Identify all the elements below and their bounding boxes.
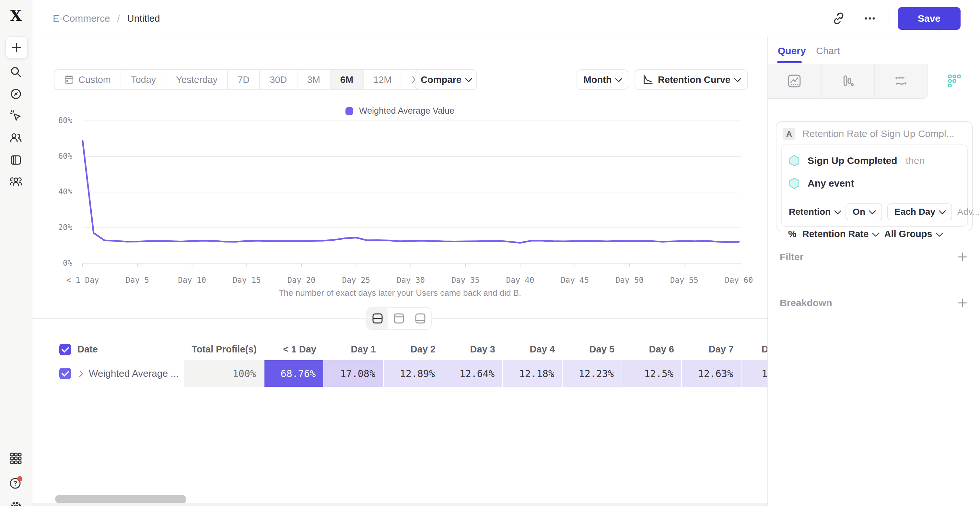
layout-bottom-icon	[415, 313, 426, 324]
layout-toggle-group	[366, 307, 432, 330]
cursor-click-icon	[10, 109, 22, 122]
retention-line-chart[interactable]	[32, 37, 767, 506]
retention-value-cell: 17.08%	[324, 360, 384, 387]
plus-icon	[10, 41, 23, 54]
x-tick-label: Day 15	[218, 276, 276, 285]
tab-funnels[interactable]	[821, 64, 875, 99]
first-event-selector[interactable]: Sign Up Completed then	[789, 155, 924, 167]
board-icon	[10, 154, 22, 167]
create-new-button[interactable]	[5, 36, 28, 59]
retention-mode-dropdown[interactable]: Retention	[789, 207, 840, 217]
select-all-checkbox[interactable]	[59, 344, 71, 355]
breakdown-section: Breakdown	[780, 297, 969, 309]
add-filter-button[interactable]	[956, 251, 969, 263]
tab-retention[interactable]	[928, 64, 980, 99]
plus-icon	[957, 251, 968, 262]
sidebar-item-apps[interactable]	[9, 451, 23, 465]
breadcrumb-report-name[interactable]: Untitled	[127, 13, 160, 24]
x-tick-label: Day 20	[272, 276, 331, 285]
x-tick-label: Day 40	[491, 276, 549, 285]
retention-icon	[947, 73, 962, 89]
retention-controls: Retention On Each Day Adv...	[789, 203, 961, 220]
x-tick-label: Day 30	[382, 276, 440, 285]
event-steps-card: Sign Up Completed then Any event Retenti…	[781, 144, 968, 227]
more-options-button[interactable]	[861, 10, 879, 27]
retention-table: DateTotal Profile(s)< 1 DayDay 1Day 2Day…	[32, 338, 767, 387]
sidebar-item-discover[interactable]	[9, 87, 23, 101]
query-card: A Retention Rate of Sign Up Compl... Sig…	[776, 121, 973, 231]
tab-query[interactable]: Query	[778, 43, 806, 59]
y-tick-label: 40%	[33, 187, 72, 196]
layout-chart-only-button[interactable]	[388, 308, 410, 329]
sidebar-item-cohorts[interactable]	[9, 175, 23, 189]
interval-dropdown[interactable]: Each Day	[887, 203, 952, 220]
check-icon	[61, 369, 69, 376]
chevron-down-icon	[869, 207, 876, 215]
series-badge: A	[783, 128, 795, 140]
x-tick-label: Day 35	[436, 276, 495, 285]
active-tab-underline	[777, 61, 802, 63]
query-card-header[interactable]: A Retention Rate of Sign Up Compl...	[783, 128, 955, 140]
groups-dropdown[interactable]: All Groups	[884, 229, 942, 240]
on-dropdown[interactable]: On	[845, 203, 882, 220]
plus-icon	[957, 297, 968, 308]
expand-row-icon[interactable]	[76, 370, 83, 377]
return-event-selector[interactable]: Any event	[789, 178, 854, 189]
chevron-down-icon	[872, 229, 880, 237]
add-breakdown-button[interactable]	[956, 297, 969, 309]
help-icon: ?	[9, 476, 23, 490]
column-header: Total Profile(s)	[184, 338, 264, 360]
sidebar-item-events[interactable]	[9, 109, 23, 123]
row-label: Weighted Average ...	[89, 368, 178, 379]
copy-link-button[interactable]	[830, 10, 848, 27]
measure-dropdown[interactable]: Retention Rate	[802, 229, 878, 240]
sidebar-item-boards[interactable]	[9, 153, 23, 167]
grid-icon	[10, 452, 22, 465]
sidebar-item-users[interactable]	[9, 131, 23, 145]
ellipsis-icon	[863, 11, 877, 25]
filter-section: Filter	[780, 251, 969, 263]
retention-value-cell: 12.63%	[682, 360, 741, 387]
notification-dot	[17, 476, 22, 481]
tab-chart[interactable]: Chart	[816, 43, 840, 59]
mixpanel-logo[interactable]: X	[9, 8, 23, 23]
breadcrumb-project[interactable]: E-Commerce	[53, 13, 110, 24]
compass-icon	[10, 87, 22, 100]
chart-x-axis-caption: The number of exact days later your User…	[32, 288, 767, 298]
table-row: Weighted Average ...100%68.76%17.08%12.8…	[32, 360, 767, 387]
retention-value-cell: 12.89%	[384, 360, 443, 387]
insights-icon	[788, 74, 801, 88]
header-divider	[889, 10, 889, 27]
sidebar-item-search[interactable]	[9, 65, 23, 79]
horizontal-scrollbar[interactable]	[55, 495, 186, 503]
sidebar-item-help[interactable]: ?	[9, 476, 23, 490]
layout-split-icon	[372, 313, 383, 324]
group-icon	[10, 176, 22, 189]
gear-icon	[9, 500, 23, 506]
tab-insights[interactable]	[768, 64, 821, 99]
chevron-down-icon	[935, 229, 943, 237]
save-button[interactable]: Save	[898, 7, 961, 30]
sidebar-item-settings[interactable]	[9, 500, 23, 506]
layout-top-icon	[393, 313, 405, 324]
report-main-area: CustomTodayYesterday7D30D3M6M12MXTD Comp…	[32, 37, 767, 506]
search-icon	[10, 65, 22, 78]
column-header: Day 1	[324, 338, 384, 360]
svg-text:?: ?	[13, 480, 17, 487]
retention-value-cell: 12.64%	[443, 360, 503, 387]
filter-label: Filter	[780, 251, 803, 262]
column-header: Day 3	[443, 338, 503, 360]
y-tick-label: 0%	[33, 259, 72, 268]
column-header: Day 4	[503, 338, 563, 360]
tab-flows[interactable]	[875, 64, 928, 99]
column-header: D	[741, 338, 767, 360]
row-checkbox[interactable]	[59, 368, 71, 379]
layout-split-button[interactable]	[367, 308, 388, 329]
layout-table-only-button[interactable]	[410, 308, 431, 329]
report-type-tabs	[768, 64, 980, 99]
retention-value-cell: 100%	[184, 360, 264, 387]
top-header: E-Commerce / Untitled Save	[32, 0, 980, 37]
measurement-row: % Retention Rate All Groups	[788, 229, 942, 240]
advanced-dropdown[interactable]: Adv...	[957, 207, 980, 217]
y-tick-label: 60%	[33, 152, 72, 161]
